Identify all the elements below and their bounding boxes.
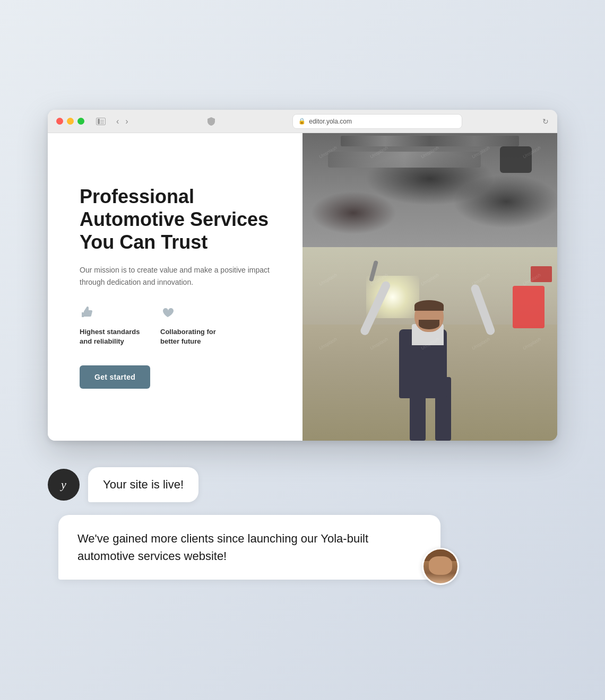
- hero-title: Professional Automotive Services You Can…: [80, 185, 276, 254]
- left-panel: Professional Automotive Services You Can…: [48, 133, 302, 441]
- pipe-detail-2: [328, 152, 481, 168]
- yola-letter: y: [61, 478, 66, 492]
- hair: [414, 300, 444, 311]
- user-avatar: [422, 548, 459, 585]
- feature-item-1: Highest standards and reliability: [80, 305, 143, 346]
- svg-rect-1: [100, 120, 104, 121]
- equipment-can: [513, 286, 544, 328]
- window-controls: [96, 118, 106, 125]
- chat-bubble-2: We've gained more clients since launchin…: [58, 515, 440, 580]
- sidebar-toggle-icon[interactable]: [96, 118, 106, 125]
- avatar-face: [424, 549, 457, 583]
- part-detail: [500, 146, 532, 173]
- back-button[interactable]: ‹: [114, 116, 121, 127]
- right-panel: Unsplash Unsplash Unsplash Unsplash Unsp…: [302, 133, 557, 441]
- traffic-lights: [56, 118, 84, 125]
- website-content: Professional Automotive Services You Can…: [48, 133, 557, 441]
- chat-section: y Your site is live! We've gained more c…: [48, 462, 557, 590]
- chat-text-2: We've gained more clients since launchin…: [77, 532, 368, 563]
- url-text: editor.yola.com: [309, 118, 352, 125]
- lock-icon: 🔒: [298, 118, 306, 125]
- reload-icon[interactable]: ↻: [542, 117, 549, 126]
- minimize-button[interactable]: [67, 118, 74, 125]
- maximize-button[interactable]: [77, 118, 84, 125]
- avatar-skin: [429, 556, 453, 575]
- chat-row-1: y Your site is live!: [48, 467, 557, 502]
- svg-rect-2: [100, 121, 104, 122]
- get-started-button[interactable]: Get started: [80, 365, 150, 389]
- security-icon: [206, 116, 217, 127]
- page-wrapper: ‹ › 🔒 editor.yola.com ↻ Professional Aut…: [37, 110, 568, 590]
- undercar-section: Unsplash Unsplash Unsplash Unsplash Unsp…: [302, 133, 557, 247]
- browser-toolbar: ‹ › 🔒 editor.yola.com ↻: [48, 110, 557, 133]
- garage-section: Unsplash Unsplash Unsplash Unsplash Unsp…: [302, 247, 557, 441]
- nav-arrows: ‹ ›: [114, 116, 131, 127]
- beard: [419, 320, 439, 329]
- svg-rect-3: [100, 123, 104, 124]
- chat-bubble-1: Your site is live!: [88, 467, 198, 502]
- heart-icon: [160, 305, 224, 323]
- yola-avatar: y: [48, 469, 80, 501]
- feature-label-2: Collaborating for better future: [160, 327, 224, 346]
- pipe-detail: [341, 136, 519, 146]
- feature-item-2: Collaborating for better future: [160, 305, 224, 346]
- head: [414, 300, 444, 332]
- address-bar[interactable]: 🔒 editor.yola.com: [292, 114, 462, 129]
- svg-rect-0: [98, 119, 100, 124]
- hero-description: Our mission is to create value and make …: [80, 264, 276, 288]
- close-button[interactable]: [56, 118, 63, 125]
- chat-row-2: We've gained more clients since launchin…: [48, 515, 557, 580]
- feature-label-1: Highest standards and reliability: [80, 327, 143, 346]
- browser-window: ‹ › 🔒 editor.yola.com ↻ Professional Aut…: [48, 110, 557, 441]
- thumbsup-icon: [80, 305, 143, 323]
- mechanic-image: Unsplash Unsplash Unsplash Unsplash Unsp…: [302, 133, 557, 441]
- features-row: Highest standards and reliability Collab…: [80, 305, 276, 346]
- forward-button[interactable]: ›: [123, 116, 130, 127]
- equipment-shelf: [531, 266, 552, 282]
- chat-text-1: Your site is live!: [103, 478, 184, 491]
